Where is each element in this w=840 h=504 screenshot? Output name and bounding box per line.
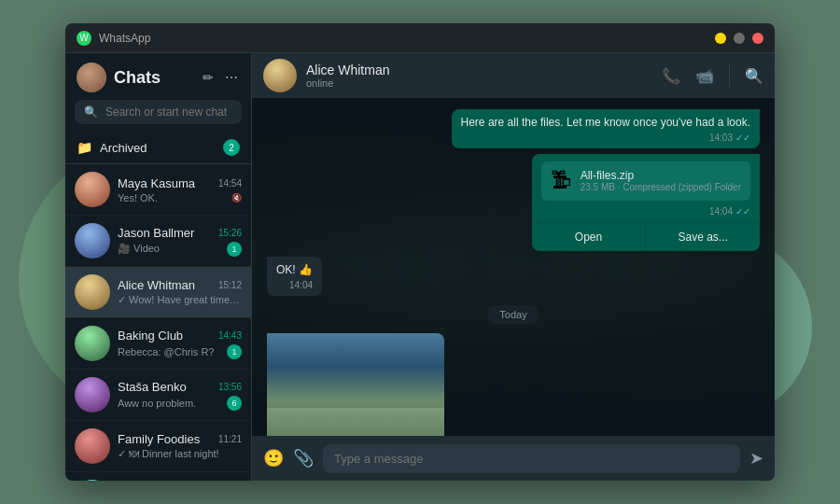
- search-input[interactable]: [105, 105, 232, 119]
- file-size: 23.5 MB · Compressed (zipped) Folder: [581, 182, 741, 192]
- archived-label: Archived: [100, 141, 216, 155]
- sidebar: Chats ✏ ⋯ 🔍 📁 Archived 2: [65, 53, 252, 481]
- unread-badge: 1: [227, 344, 242, 359]
- messages-area: Here are all the files. Let me know once…: [252, 98, 775, 436]
- avatar: [75, 274, 110, 310]
- avatar: [75, 377, 110, 413]
- send-button[interactable]: ➤: [749, 448, 763, 469]
- window-controls: — □ ✕: [715, 33, 763, 44]
- search-icon: 🔍: [84, 105, 98, 119]
- app-title: WhatsApp: [99, 32, 715, 45]
- header-divider: [729, 64, 730, 87]
- chat-item[interactable]: Mark Rogers 11:05 Nope. I can't go unfor…: [65, 472, 251, 481]
- title-bar: W WhatsApp — □ ✕: [65, 23, 775, 53]
- date-divider-text: Today: [488, 305, 538, 324]
- file-actions: Open Save as...: [532, 222, 760, 251]
- message-ticks: ✓✓: [735, 206, 750, 217]
- message-time: 14:04: [289, 280, 313, 290]
- input-bar: 🙂 📎 ➤: [252, 436, 775, 481]
- chat-item[interactable]: Staša Benko 13:56 Aww no problem. 6: [65, 370, 251, 421]
- message-row-file: 🗜 All-files.zip 23.5 MB · Compressed (zi…: [267, 154, 760, 251]
- avatar: [75, 480, 110, 481]
- chat-info: Maya Kasuma 14:54 Yes! OK. 🔇: [118, 176, 242, 203]
- message-row: OK! 👍 14:04: [267, 257, 760, 296]
- image-bubble: So beautiful here! ❤️ 15:06: [267, 333, 444, 436]
- app-window: W WhatsApp — □ ✕ Chats ✏ ⋯ 🔍: [65, 23, 775, 481]
- contact-avatar[interactable]: [263, 59, 297, 92]
- avatar: [75, 172, 110, 207]
- menu-icon[interactable]: ⋯: [223, 68, 240, 87]
- message-text: OK! 👍: [276, 262, 313, 278]
- message-input[interactable]: [323, 444, 740, 473]
- message-text: Here are all the files. Let me know once…: [461, 115, 750, 131]
- message-row: Here are all the files. Let me know once…: [267, 109, 760, 148]
- attach-icon[interactable]: 📎: [293, 448, 314, 469]
- avatar: [75, 326, 110, 361]
- chat-item[interactable]: Family Foodies 11:21 ✓ 🍽 Dinner last nig…: [65, 421, 251, 472]
- minimize-button[interactable]: —: [715, 33, 726, 44]
- chat-item-active[interactable]: Alice Whitman 15:12 ✓ Wow! Have great ti…: [65, 267, 251, 318]
- zip-file-icon: 🗜: [551, 169, 571, 193]
- sidebar-title: Chats: [114, 68, 193, 88]
- new-chat-icon[interactable]: ✏: [201, 68, 216, 87]
- contact-status: online: [306, 77, 652, 89]
- chat-info: Jason Ballmer 15:26 🎥 Video 1: [118, 226, 242, 257]
- search-messages-icon[interactable]: 🔍: [745, 67, 763, 85]
- sidebar-header: Chats ✏ ⋯: [65, 53, 251, 100]
- chat-panel: Alice Whitman online 📞 📹 🔍 Here are all …: [252, 53, 775, 481]
- chat-list: 📁 Archived 2 Maya Kasuma 14:54 Yes! OK.: [65, 132, 251, 481]
- chat-info: Baking Club 14:43 Rebecca: @Chris R? 1: [118, 329, 242, 359]
- message-time: 14:03: [709, 133, 733, 143]
- chat-info: Staša Benko 13:56 Aww no problem. 6: [118, 380, 242, 411]
- chat-header: Alice Whitman online 📞 📹 🔍: [252, 53, 775, 98]
- chat-item[interactable]: Baking Club 14:43 Rebecca: @Chris R? 1: [65, 318, 251, 370]
- unread-badge: 1: [227, 242, 242, 257]
- emoji-icon[interactable]: 🙂: [263, 448, 284, 469]
- message-time: 14:04: [709, 206, 733, 217]
- archived-row[interactable]: 📁 Archived 2: [65, 132, 251, 164]
- message-bubble: OK! 👍 14:04: [267, 257, 322, 296]
- close-button[interactable]: ✕: [752, 33, 763, 44]
- archived-badge: 2: [223, 139, 240, 156]
- app-logo: W: [77, 31, 91, 46]
- message-row-image: So beautiful here! ❤️ 15:06: [267, 333, 760, 436]
- file-info-row: 🗜 All-files.zip 23.5 MB · Compressed (zi…: [541, 161, 750, 201]
- save-file-button[interactable]: Save as...: [646, 223, 760, 251]
- contact-info: Alice Whitman online: [306, 63, 652, 89]
- date-divider: Today: [267, 305, 760, 324]
- video-call-icon[interactable]: 📹: [695, 67, 714, 85]
- main-content: Chats ✏ ⋯ 🔍 📁 Archived 2: [65, 53, 775, 481]
- avatar: [75, 428, 110, 464]
- avatar: [75, 223, 110, 259]
- user-avatar[interactable]: [77, 63, 106, 92]
- voice-call-icon[interactable]: 📞: [662, 67, 680, 85]
- file-name: All-files.zip: [581, 169, 741, 182]
- file-details: All-files.zip 23.5 MB · Compressed (zipp…: [581, 169, 741, 192]
- contact-name: Alice Whitman: [306, 63, 652, 77]
- chat-info: Family Foodies 11:21 ✓ 🍽 Dinner last nig…: [118, 432, 242, 460]
- archive-icon: 📁: [77, 140, 92, 155]
- open-file-button[interactable]: Open: [532, 223, 647, 251]
- sidebar-action-icons: ✏ ⋯: [201, 68, 240, 87]
- chat-info: Alice Whitman 15:12 ✓ Wow! Have great ti…: [118, 278, 242, 306]
- chat-item[interactable]: Maya Kasuma 14:54 Yes! OK. 🔇: [65, 164, 251, 216]
- unread-badge: 6: [227, 396, 242, 411]
- chat-header-actions: 📞 📹 🔍: [662, 64, 763, 87]
- muted-icon: 🔇: [231, 193, 242, 203]
- file-bubble: 🗜 All-files.zip 23.5 MB · Compressed (zi…: [532, 154, 760, 251]
- maximize-button[interactable]: □: [734, 33, 745, 44]
- chat-item[interactable]: Jason Ballmer 15:26 🎥 Video 1: [65, 216, 251, 267]
- message-bubble: Here are all the files. Let me know once…: [452, 109, 760, 148]
- message-ticks: ✓✓: [735, 133, 750, 143]
- image-content: [267, 333, 444, 436]
- search-bar: 🔍: [75, 100, 242, 124]
